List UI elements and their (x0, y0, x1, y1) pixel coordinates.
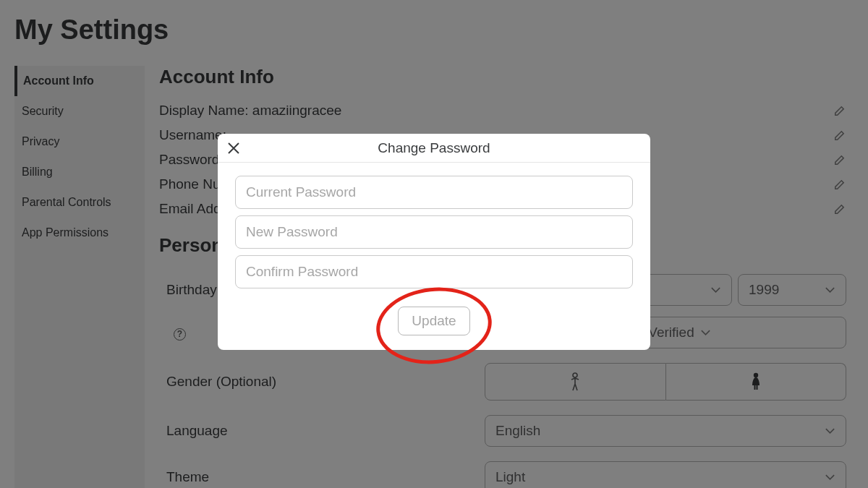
update-button[interactable]: Update (398, 307, 469, 335)
modal-overlay: Change Password Update (0, 0, 868, 488)
change-password-modal: Change Password Update (218, 134, 650, 350)
close-icon (225, 140, 242, 157)
modal-title: Change Password (378, 140, 490, 156)
new-password-input[interactable] (235, 215, 633, 249)
confirm-password-input[interactable] (235, 255, 633, 288)
current-password-input[interactable] (235, 176, 633, 209)
close-button[interactable] (225, 140, 242, 157)
